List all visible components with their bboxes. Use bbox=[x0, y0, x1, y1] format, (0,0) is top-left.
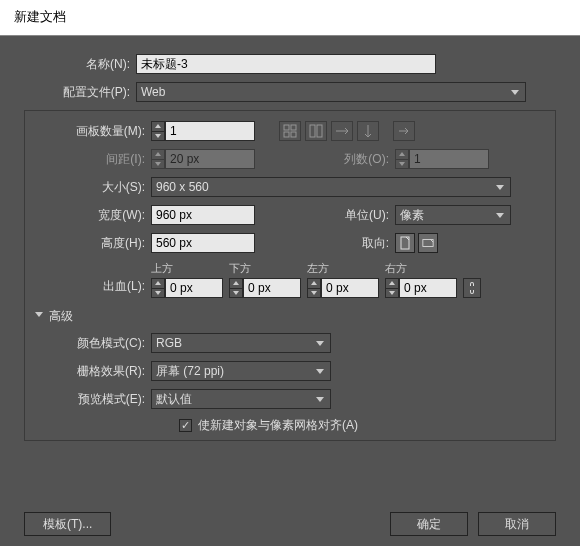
chevron-down-icon bbox=[35, 312, 43, 321]
profile-dropdown[interactable]: Web bbox=[136, 82, 526, 102]
name-label: 名称(N): bbox=[24, 56, 136, 73]
bleed-left-spinner[interactable] bbox=[307, 278, 321, 298]
document-fieldset: 画板数量(M): 1 间距(I): 20 px 列数(O): 1 大小(S): bbox=[24, 110, 556, 441]
rearrange-icon[interactable] bbox=[393, 121, 415, 141]
columns-spinner[interactable] bbox=[395, 149, 409, 169]
bleed-bottom-spinner[interactable] bbox=[229, 278, 243, 298]
preview-dropdown[interactable]: 默认值 bbox=[151, 389, 331, 409]
cancel-button[interactable]: 取消 bbox=[478, 512, 556, 536]
artboards-label: 画板数量(M): bbox=[35, 123, 151, 140]
col-icon[interactable] bbox=[357, 121, 379, 141]
colormode-label: 颜色模式(C): bbox=[35, 335, 151, 352]
height-label: 高度(H): bbox=[35, 235, 151, 252]
bleed-link-icon[interactable] bbox=[463, 278, 481, 298]
units-label: 单位(U): bbox=[255, 207, 395, 224]
titlebar: 新建文档 bbox=[0, 0, 580, 36]
bleed-right-input[interactable]: 0 px bbox=[399, 278, 457, 298]
width-input[interactable]: 960 px bbox=[151, 205, 255, 225]
bleed-top-label: 上方 bbox=[151, 261, 223, 276]
columns-label: 列数(O): bbox=[255, 151, 395, 168]
spacing-spinner[interactable] bbox=[151, 149, 165, 169]
orientation-label: 取向: bbox=[255, 235, 395, 252]
bleed-left-label: 左方 bbox=[307, 261, 379, 276]
artboards-spinner[interactable] bbox=[151, 121, 165, 141]
dialog-title: 新建文档 bbox=[14, 9, 66, 24]
template-button[interactable]: 模板(T)... bbox=[24, 512, 111, 536]
height-input[interactable]: 560 px bbox=[151, 233, 255, 253]
align-pixel-label: 使新建对象与像素网格对齐(A) bbox=[198, 417, 358, 434]
layout-buttons bbox=[277, 121, 379, 141]
svg-rect-1 bbox=[291, 125, 296, 130]
bleed-left-input[interactable]: 0 px bbox=[321, 278, 379, 298]
grid-by-col-icon[interactable] bbox=[305, 121, 327, 141]
width-label: 宽度(W): bbox=[35, 207, 151, 224]
bleed-bottom-label: 下方 bbox=[229, 261, 301, 276]
raster-dropdown[interactable]: 屏幕 (72 ppi) bbox=[151, 361, 331, 381]
bleed-label: 出血(L): bbox=[35, 278, 151, 298]
spacing-input[interactable]: 20 px bbox=[165, 149, 255, 169]
orientation-portrait[interactable] bbox=[395, 233, 415, 253]
svg-rect-5 bbox=[317, 125, 322, 137]
bleed-top-spinner[interactable] bbox=[151, 278, 165, 298]
preview-label: 预览模式(E): bbox=[35, 391, 151, 408]
spacing-label: 间距(I): bbox=[35, 151, 151, 168]
raster-label: 栅格效果(R): bbox=[35, 363, 151, 380]
bleed-right-spinner[interactable] bbox=[385, 278, 399, 298]
svg-rect-3 bbox=[291, 132, 296, 137]
size-dropdown[interactable]: 960 x 560 bbox=[151, 177, 511, 197]
units-dropdown[interactable]: 像素 bbox=[395, 205, 511, 225]
orientation-landscape[interactable] bbox=[418, 233, 438, 253]
bleed-top-input[interactable]: 0 px bbox=[165, 278, 223, 298]
size-label: 大小(S): bbox=[35, 179, 151, 196]
colormode-dropdown[interactable]: RGB bbox=[151, 333, 331, 353]
ok-button[interactable]: 确定 bbox=[390, 512, 468, 536]
bleed-right-label: 右方 bbox=[385, 261, 457, 276]
bleed-bottom-input[interactable]: 0 px bbox=[243, 278, 301, 298]
svg-rect-2 bbox=[284, 132, 289, 137]
row-icon[interactable] bbox=[331, 121, 353, 141]
name-input[interactable]: 未标题-3 bbox=[136, 54, 436, 74]
dialog-body: 名称(N): 未标题-3 配置文件(P): Web 画板数量(M): 1 bbox=[0, 36, 580, 546]
align-pixel-checkbox[interactable]: ✓ bbox=[179, 419, 192, 432]
artboards-input[interactable]: 1 bbox=[165, 121, 255, 141]
columns-input[interactable]: 1 bbox=[409, 149, 489, 169]
profile-label: 配置文件(P): bbox=[24, 84, 136, 101]
advanced-toggle[interactable]: 高级 bbox=[35, 308, 545, 325]
svg-rect-0 bbox=[284, 125, 289, 130]
svg-rect-4 bbox=[310, 125, 315, 137]
grid-by-row-icon[interactable] bbox=[279, 121, 301, 141]
